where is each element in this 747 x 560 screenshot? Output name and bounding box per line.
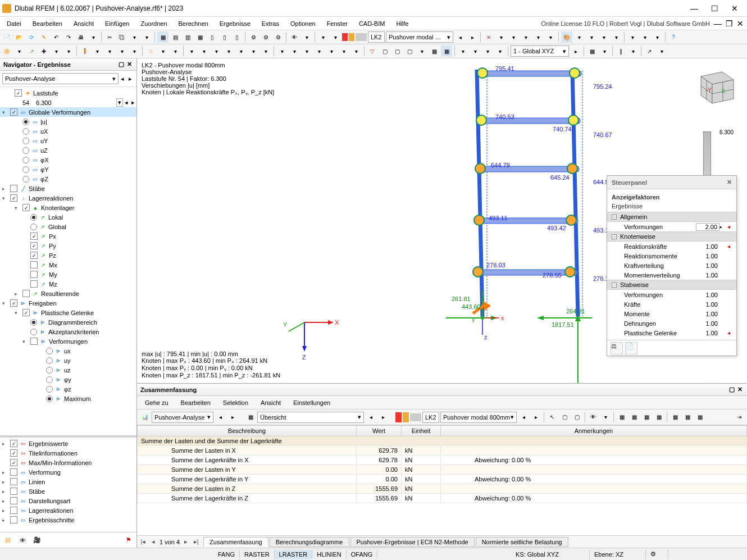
control-row[interactable]: Kraftverteilung1.00 — [607, 261, 736, 270]
sel2-icon[interactable]: ▾ — [13, 45, 25, 57]
load12-icon[interactable]: ▾ — [326, 45, 337, 57]
sum-tool-6-icon[interactable]: ▦ — [616, 412, 627, 423]
radio[interactable] — [22, 128, 29, 135]
lk-dropdown[interactable]: LK2 — [368, 31, 385, 43]
render8-icon[interactable]: ▾ — [652, 31, 663, 43]
control-row[interactable]: Momentenverteilung1.00 — [607, 270, 736, 280]
radio[interactable] — [22, 157, 29, 163]
obj1-icon[interactable]: 🧍 — [79, 45, 90, 57]
sum-tool-3-icon[interactable]: ▢ — [571, 412, 582, 423]
filt7-icon[interactable]: ▦ — [441, 45, 452, 57]
obj7-icon[interactable]: ▾ — [157, 45, 168, 57]
res-a-icon[interactable]: ✕ — [483, 31, 494, 43]
checkbox[interactable] — [10, 449, 17, 457]
table-row[interactable]: Summe der Lasten in Z1555.69kN — [138, 484, 747, 494]
tree-bottom-2[interactable]: ▭Max/Min-Informationen — [0, 458, 136, 467]
page-prev-icon[interactable]: ◂ — [149, 538, 157, 545]
load11-icon[interactable]: ▾ — [313, 45, 325, 57]
tree-freigaben[interactable]: ▾⊳Freigaben — [0, 298, 136, 308]
sum-tool-11-icon[interactable]: ▦ — [682, 412, 693, 423]
render7-icon[interactable]: ▾ — [639, 31, 650, 43]
load5-icon[interactable]: ▾ — [235, 45, 247, 57]
tree-bottom-7[interactable]: ▸▭Lagerreaktionen — [0, 506, 136, 515]
analysis-next-icon[interactable]: ▸ — [126, 73, 134, 84]
control-group-allgemein[interactable]: −Allgemein — [607, 212, 736, 222]
saveall-icon[interactable]: ✎ — [38, 31, 49, 43]
sum-red-swatch[interactable] — [395, 412, 402, 422]
load14-icon[interactable]: ▾ — [350, 45, 362, 57]
paste-icon[interactable]: ▾ — [129, 31, 140, 43]
page-first-icon[interactable]: |◂ — [139, 538, 147, 545]
radio[interactable] — [30, 214, 37, 221]
color-swatch-3[interactable] — [356, 33, 367, 41]
tree-comp-Mx[interactable]: ↗Mx — [0, 260, 136, 270]
checkbox[interactable] — [22, 309, 30, 316]
status-fang[interactable]: FANG — [213, 550, 240, 559]
view-icon[interactable]: 👁 — [289, 31, 300, 43]
close-button[interactable]: ✕ — [725, 1, 745, 16]
render2-icon[interactable]: ▾ — [573, 31, 585, 43]
sel4-icon[interactable]: ✚ — [38, 45, 49, 57]
color-swatch-1[interactable] — [342, 33, 348, 41]
menu-einfügen[interactable]: Einfügen — [99, 19, 135, 29]
filt2-icon[interactable]: ▢ — [379, 45, 390, 57]
res-c-icon[interactable]: ▾ — [508, 31, 519, 43]
table-row[interactable]: Summe der Lasten in X629.78kN — [138, 446, 747, 456]
checkbox[interactable] — [10, 185, 17, 192]
radio[interactable] — [30, 319, 37, 326]
control-group-knotenweise[interactable]: −Knotenweise — [607, 231, 736, 242]
model-canvas[interactable]: LK2 - Pushover modal 800mmPushover-Analy… — [137, 58, 747, 383]
obj8-icon[interactable]: ▾ — [170, 45, 181, 57]
obj6-icon[interactable]: ☆ — [145, 45, 156, 57]
summary-dock-icon[interactable]: ▢ — [728, 386, 736, 394]
page-last-icon[interactable]: ▸| — [192, 538, 200, 545]
filt4-icon[interactable]: ▢ — [404, 45, 415, 57]
calc-icon[interactable]: ⚙ — [248, 31, 259, 43]
tree-bottom-5[interactable]: ▸▭Stäbe — [0, 486, 136, 496]
mdi-restore-button[interactable]: ❐ — [723, 18, 735, 29]
checkbox[interactable] — [10, 497, 17, 504]
load1-icon[interactable]: ▾ — [186, 45, 197, 57]
tree-globverf[interactable]: ▾▭Globale Verformungen — [0, 107, 136, 117]
sel6-icon[interactable]: ▾ — [63, 45, 74, 57]
load9-icon[interactable]: ▾ — [289, 45, 300, 57]
menu-extras[interactable]: Extras — [256, 19, 285, 29]
undo-icon[interactable]: ↶ — [51, 31, 62, 43]
checkbox[interactable] — [30, 271, 38, 278]
tree-lokal[interactable]: ↗Lokal — [0, 212, 136, 222]
tree-plg[interactable]: ▾⊳Plastische Gelenke — [0, 308, 136, 317]
summary-tab-0[interactable]: Zusammenfassung — [203, 537, 268, 547]
tree-verf-3[interactable]: ⊳φy — [0, 375, 136, 384]
result2-icon[interactable]: ▾ — [330, 31, 341, 43]
tree-verf-5[interactable]: ⊳Maximum — [0, 394, 136, 403]
status-hlinien[interactable]: HLINIEN — [312, 550, 346, 559]
render3-icon[interactable]: ▾ — [586, 31, 597, 43]
sum-tool-end-icon[interactable]: ⇥ — [734, 412, 745, 423]
result-icon[interactable]: ▾ — [317, 31, 329, 43]
control-panel[interactable]: Steuerpanel✕ Anzeigefaktoren Ergebnisse … — [607, 175, 737, 356]
control-close-icon[interactable]: ✕ — [727, 179, 732, 186]
calc3-icon[interactable]: ⚙ — [272, 31, 284, 43]
render5-icon[interactable]: ▾ — [611, 31, 622, 43]
table3-icon[interactable]: ▦ — [194, 31, 206, 43]
mdi-minimize-button[interactable]: — — [712, 18, 723, 29]
menu-hilfe[interactable]: Hilfe — [390, 19, 414, 29]
control-row[interactable]: Verformungen1.00 — [607, 290, 736, 299]
res-f-icon[interactable]: ▾ — [545, 31, 556, 43]
summary-close-icon[interactable]: ✕ — [736, 386, 744, 394]
radio[interactable] — [30, 329, 37, 335]
checkbox[interactable] — [30, 338, 38, 345]
tree-comp-Py[interactable]: ↗Py — [0, 241, 136, 251]
dim6-icon[interactable]: ▾ — [656, 45, 667, 57]
table-icon[interactable]: ▤ — [170, 31, 181, 43]
menu-optionen[interactable]: Optionen — [285, 19, 321, 29]
checkbox[interactable] — [10, 440, 17, 447]
summary-menu-gehe zu[interactable]: Gehe zu — [139, 398, 174, 407]
dim4-icon[interactable]: ▾ — [627, 45, 639, 57]
cut-icon[interactable]: ✂ — [104, 31, 115, 43]
navigator-icon[interactable]: ▦ — [157, 31, 168, 43]
checkbox[interactable] — [10, 516, 17, 523]
status-ebene[interactable]: Ebene: XZ — [590, 550, 646, 559]
checkbox[interactable] — [10, 299, 17, 307]
checkbox[interactable] — [10, 468, 17, 476]
